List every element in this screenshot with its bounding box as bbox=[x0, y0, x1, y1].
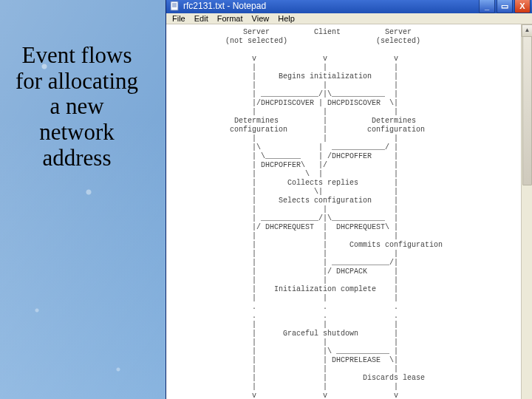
menu-bar: File Edit Format View Help bbox=[166, 13, 532, 24]
notepad-window: rfc2131.txt - Notepad _ ▭ X File Edit Fo… bbox=[166, 0, 532, 399]
minimize-button[interactable]: _ bbox=[479, 0, 495, 13]
window-title: rfc2131.txt - Notepad bbox=[183, 1, 479, 11]
menu-file[interactable]: File bbox=[168, 13, 190, 24]
document-text[interactable]: Server Client Server (not selected) (sel… bbox=[166, 24, 521, 399]
scroll-up-button[interactable]: ▲ bbox=[522, 24, 532, 37]
svg-rect-0 bbox=[171, 1, 178, 10]
menu-help[interactable]: Help bbox=[273, 13, 299, 24]
menu-format[interactable]: Format bbox=[213, 13, 248, 24]
titlebar[interactable]: rfc2131.txt - Notepad _ ▭ X bbox=[166, 0, 532, 13]
scroll-thumb[interactable] bbox=[522, 36, 532, 185]
menu-view[interactable]: View bbox=[248, 13, 274, 24]
menu-edit[interactable]: Edit bbox=[190, 13, 213, 24]
maximize-button[interactable]: ▭ bbox=[497, 0, 513, 13]
notepad-icon bbox=[169, 1, 180, 11]
slide-caption: Event flows for allocating a new network… bbox=[10, 43, 143, 171]
client-area: Server Client Server (not selected) (sel… bbox=[166, 24, 532, 399]
slide-root: Event flows for allocating a new network… bbox=[0, 0, 532, 399]
close-button[interactable]: X bbox=[514, 0, 531, 13]
window-buttons: _ ▭ X bbox=[479, 0, 531, 13]
vertical-scrollbar[interactable]: ▲ ▼ bbox=[521, 24, 532, 399]
